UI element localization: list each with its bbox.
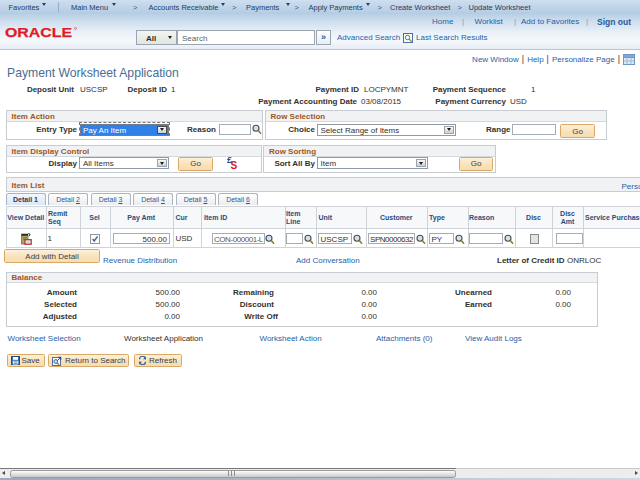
svg-text:S: S — [231, 160, 238, 171]
svg-text:ORACLE: ORACLE — [5, 25, 72, 40]
